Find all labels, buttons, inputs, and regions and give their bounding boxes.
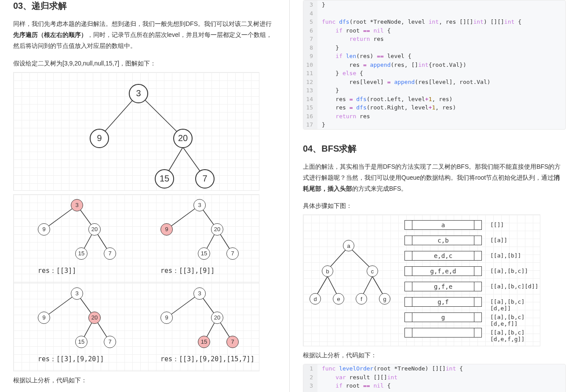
- line-number: 16: [303, 112, 317, 121]
- step-node: 7: [104, 247, 116, 260]
- step-node: 3: [193, 199, 206, 211]
- step-node: 15: [75, 336, 87, 348]
- bfs-node: f: [356, 293, 367, 305]
- para-text: 的方式来完成BFS。: [352, 185, 407, 192]
- code-text: func dfs(root *TreeNode, level int, res …: [317, 18, 521, 26]
- step-trees: 3920157res：[[3]] 3920157res：[[3],[9]]: [13, 194, 259, 283]
- line-number: 15: [303, 103, 317, 112]
- code-line: 4: [303, 9, 565, 18]
- tree-node: 20: [173, 129, 193, 148]
- code-line: 3}: [303, 0, 565, 9]
- code-text: }: [317, 44, 339, 52]
- step-node: 3: [71, 287, 83, 300]
- code-text: var result [][]int: [317, 373, 397, 382]
- step-node: 9: [160, 312, 173, 324]
- code-line: 9 if len(res) == level {: [303, 52, 565, 61]
- section-03-para: 同样，我们先考虑本题的递归解法。想到递归，我们一般先想到DFS。我们可以对该二叉…: [13, 18, 276, 52]
- step-4: 3920157res：[[3],[9,20],[15,7]]: [136, 283, 259, 371]
- step-node: 20: [211, 223, 223, 236]
- step-3: 3920157res：[[3],[9,20]]: [14, 283, 136, 371]
- step-node: 9: [38, 223, 50, 236]
- bfs-node: g: [379, 293, 390, 305]
- code-text: if root == nil {: [317, 26, 391, 35]
- code-line: 3 if root == nil {: [303, 381, 565, 390]
- code-line: 14 res = dfs(root.Left, level+1, res): [303, 95, 565, 104]
- step-node: 15: [198, 336, 210, 348]
- code-line: 2 var result [][]int: [303, 373, 565, 382]
- bfs-node: a: [343, 240, 354, 251]
- para-bold: 先序遍历（根左右的顺序）: [13, 31, 87, 38]
- tree-caption: 假设给定二叉树为[3,9,20,null,null,15,7]，图解如下：: [13, 60, 276, 68]
- line-number: 1: [303, 364, 317, 373]
- code-text: res = dfs(root.Right, level+1, res): [317, 103, 456, 112]
- step-2: 3920157res：[[3],[9]]: [136, 195, 259, 283]
- line-number: 13: [303, 86, 317, 95]
- code-line: 11 } else {: [303, 69, 565, 78]
- step-node: 3: [71, 199, 83, 211]
- line-number: 3: [303, 381, 317, 390]
- bfs-node: e: [333, 293, 344, 305]
- code-text: return result: [317, 390, 394, 392]
- code-text: [317, 9, 322, 18]
- line-number: 12: [303, 78, 317, 87]
- line-number: 14: [303, 95, 317, 104]
- line-number: 5: [303, 18, 317, 26]
- code-text: func levelOrder(root *TreeNode) [][]int …: [317, 364, 463, 373]
- left-column: 03、递归求解 同样，我们先考虑本题的递归解法。想到递归，我们一般先想到DFS。…: [0, 0, 289, 392]
- step-node: 7: [104, 336, 116, 348]
- code-line: 17}: [303, 120, 565, 129]
- tree-node: 7: [195, 169, 215, 189]
- tree-node-root: 3: [129, 84, 148, 103]
- step-node: 3: [193, 287, 206, 300]
- code-block-dfs: 3}45func dfs(root *TreeNode, level int, …: [303, 0, 566, 130]
- code-line: 16 return res: [303, 112, 565, 121]
- line-number: 2: [303, 373, 317, 382]
- step-node: 20: [88, 312, 101, 324]
- code-text: }: [317, 120, 325, 129]
- code-line: 12 res[level] = append(res[level], root.…: [303, 78, 565, 87]
- section-04-heading: 04、BFS求解: [303, 143, 566, 155]
- code-line: 13 }: [303, 86, 565, 95]
- tree-node: 15: [155, 169, 174, 189]
- line-number: 9: [303, 52, 317, 61]
- code-text: if root == nil {: [317, 381, 391, 390]
- main-tree: 3 9 20 15 7: [13, 72, 259, 191]
- code-line: 6 if root == nil {: [303, 26, 565, 35]
- code-text: res = append(res, []int{root.Val}): [317, 61, 466, 69]
- step-trees-2: 3920157res：[[3],[9,20]] 3920157res：[[3],…: [13, 283, 259, 371]
- bfs-node: c: [367, 265, 378, 277]
- right-column: 3}45func dfs(root *TreeNode, level int, …: [290, 0, 579, 392]
- line-number: 3: [303, 0, 317, 9]
- para-text: 上面的解法，其实相当于是用DFS的方法实现了二叉树的BFS。那我们能不能直接使用…: [303, 163, 561, 181]
- line-number: 17: [303, 120, 317, 129]
- bfs-node: b: [322, 265, 333, 277]
- code-line: 5func dfs(root *TreeNode, level int, res…: [303, 18, 565, 26]
- line-number: 4: [303, 390, 317, 392]
- line-number: 11: [303, 69, 317, 78]
- tree-node: 9: [90, 129, 109, 148]
- code-block-bfs: 1func levelOrder(root *TreeNode) [][]int…: [303, 364, 566, 392]
- code-line: 4 return result: [303, 390, 565, 392]
- section-04-para: 上面的解法，其实相当于是用DFS的方法实现了二叉树的BFS。那我们能不能直接使用…: [303, 161, 566, 195]
- code-line: 1func levelOrder(root *TreeNode) [][]int…: [303, 364, 565, 373]
- step-node: 15: [75, 247, 87, 260]
- step-node: 15: [198, 247, 210, 260]
- step-node: 20: [88, 223, 101, 236]
- code-text: return res: [317, 35, 384, 44]
- line-number: 4: [303, 9, 317, 18]
- line-number: 10: [303, 61, 317, 69]
- step-node: 20: [211, 312, 223, 324]
- code-text: res[level] = append(res[level], root.Val…: [317, 78, 491, 87]
- code-text: }: [317, 86, 339, 95]
- step-node: 9: [160, 223, 173, 236]
- code-line: 7 return res: [303, 35, 565, 44]
- line-number: 6: [303, 26, 317, 35]
- step-node: 7: [226, 336, 239, 348]
- code-text: }: [317, 0, 325, 9]
- code-text: } else {: [317, 69, 363, 78]
- step-node: 9: [38, 312, 50, 324]
- code-line: 10 res = append(res, []int{root.Val}): [303, 61, 565, 69]
- code-text: return res: [317, 112, 370, 121]
- line-number: 7: [303, 35, 317, 44]
- code-line: 15 res = dfs(root.Right, level+1, res): [303, 103, 565, 112]
